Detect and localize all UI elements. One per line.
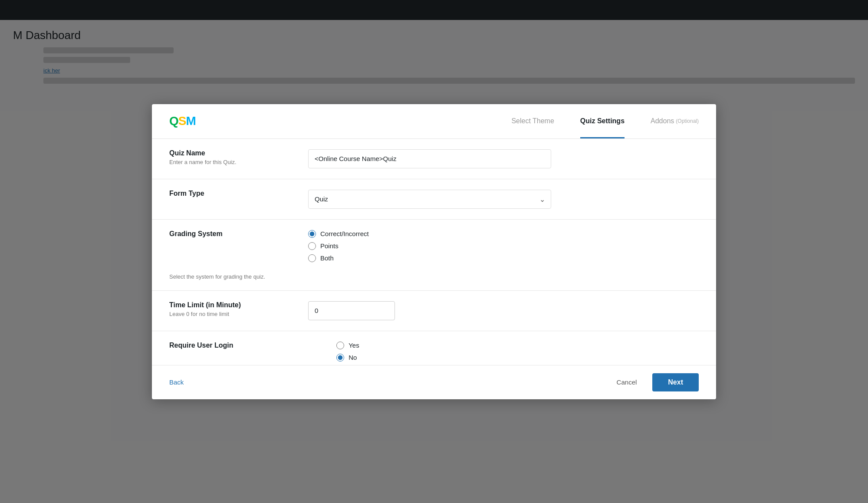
modal-body: Quiz Name Enter a name for this Quiz. Fo… [152,139,716,365]
require-login-label: Require User Login [169,342,310,349]
grading-points[interactable]: Points [308,242,699,250]
next-button[interactable]: Next [652,373,699,391]
logo-s: S [178,114,186,128]
grading-correct-incorrect[interactable]: Correct/Incorrect [308,230,699,238]
grading-system-section: Grading System Select the system for gra… [152,220,716,291]
modal-footer: Back Cancel Next [152,365,716,399]
grading-both-radio[interactable] [308,254,316,262]
grading-system-radio-group: Correct/Incorrect Points Both [308,230,699,262]
back-button[interactable]: Back [169,375,184,389]
tab-quiz-settings-label: Quiz Settings [580,117,625,125]
grading-system-label-group: Grading System Select the system for gra… [169,230,282,280]
nav-tabs: Select Theme Quiz Settings Addons (Optio… [511,104,699,138]
grading-system-input-group: Correct/Incorrect Points Both [308,230,699,262]
cancel-button[interactable]: Cancel [608,374,646,390]
time-limit-input[interactable] [308,301,395,320]
time-limit-description: Leave 0 for no time limit [169,311,282,317]
time-limit-label: Time Limit (in Minute) [169,301,282,309]
login-yes-radio[interactable] [336,342,344,349]
tab-quiz-settings[interactable]: Quiz Settings [580,104,625,138]
time-limit-input-group [308,301,699,320]
require-login-radio-group: Yes No [336,342,699,362]
tab-select-theme-label: Select Theme [511,117,554,125]
form-type-select[interactable]: Quiz Survey Poll [308,190,551,209]
quiz-name-input-group [308,149,699,168]
quiz-name-label-group: Quiz Name Enter a name for this Quiz. [169,149,282,165]
quiz-name-section: Quiz Name Enter a name for this Quiz. [152,139,716,179]
require-login-label-group: Require User Login Enabling this allows … [169,342,310,365]
tab-addons-label: Addons [651,117,674,125]
login-no[interactable]: No [336,354,699,362]
tab-addons-optional: (Optional) [676,118,699,124]
form-type-section: Form Type Quiz Survey Poll ⌄ [152,179,716,220]
logo-m: M [186,114,195,128]
time-limit-section: Time Limit (in Minute) Leave 0 for no ti… [152,291,716,331]
grading-system-description: Select the system for grading the quiz. [169,273,282,280]
modal-overlay: QSM Select Theme Quiz Settings Addons (O… [0,0,868,503]
logo: QSM [169,114,196,128]
grading-points-radio[interactable] [308,242,316,250]
form-type-input-group: Quiz Survey Poll ⌄ [308,190,699,209]
login-no-label: No [349,354,357,361]
grading-both[interactable]: Both [308,254,699,262]
form-type-select-wrapper: Quiz Survey Poll ⌄ [308,190,551,209]
tab-addons[interactable]: Addons (Optional) [651,104,699,138]
modal-header: QSM Select Theme Quiz Settings Addons (O… [152,104,716,139]
grading-correct-incorrect-radio[interactable] [308,230,316,238]
login-no-radio[interactable] [336,354,344,362]
quiz-name-input[interactable] [308,149,551,168]
grading-points-label: Points [320,242,339,250]
time-limit-label-group: Time Limit (in Minute) Leave 0 for no ti… [169,301,282,317]
grading-correct-incorrect-label: Correct/Incorrect [320,230,369,237]
form-type-label: Form Type [169,190,282,197]
require-login-input-group: Yes No [336,342,699,362]
quiz-name-label: Quiz Name [169,149,282,157]
tab-select-theme[interactable]: Select Theme [511,104,554,138]
footer-right: Cancel Next [608,373,699,391]
logo-q: Q [169,114,178,128]
quiz-modal: QSM Select Theme Quiz Settings Addons (O… [152,104,716,399]
require-login-section: Require User Login Enabling this allows … [152,331,716,365]
quiz-name-description: Enter a name for this Quiz. [169,159,282,165]
login-yes-label: Yes [349,342,359,349]
grading-system-label: Grading System [169,230,282,238]
grading-both-label: Both [320,254,334,262]
login-yes[interactable]: Yes [336,342,699,349]
form-type-label-group: Form Type [169,190,282,199]
